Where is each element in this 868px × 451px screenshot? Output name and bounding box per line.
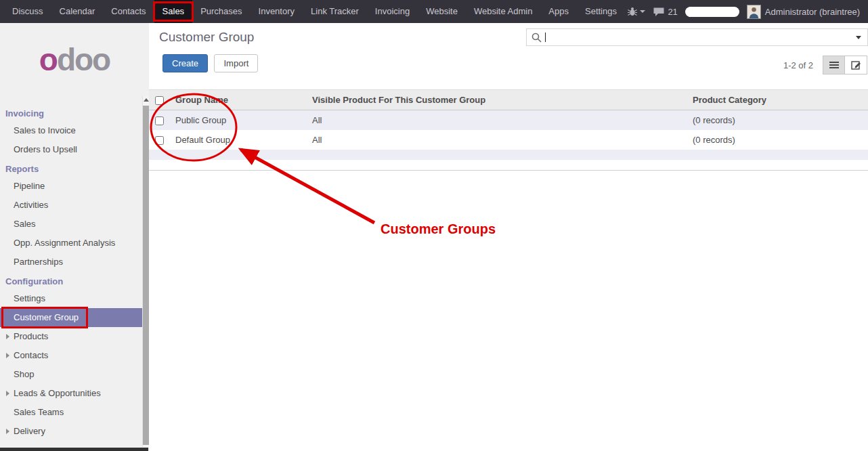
top-menubar: Discuss Calendar Contacts Sales Purchase… — [0, 0, 868, 23]
menu-item-website[interactable]: Website — [418, 0, 466, 23]
sidebar-item-label: Customer Group — [14, 308, 79, 327]
sidebar-bottom-bar — [0, 448, 148, 451]
cell-product-category[interactable]: (0 records) — [689, 110, 868, 131]
table-row[interactable]: Default Group All (0 records) — [149, 130, 868, 150]
menu-item-discuss[interactable]: Discuss — [4, 0, 51, 23]
caret-right-icon — [6, 391, 9, 396]
form-view-button[interactable] — [845, 56, 867, 74]
pager-count: 1-2 of 2 — [783, 60, 813, 70]
sidebar-item-sales[interactable]: Sales — [0, 215, 142, 234]
search-dropdown-icon[interactable] — [856, 36, 861, 39]
sidebar-section-configuration: Configuration Settings Customer Group Pr… — [0, 273, 142, 441]
sidebar-item-settings[interactable]: Settings — [0, 289, 142, 308]
cell-group-name[interactable]: Default Group — [171, 130, 308, 150]
message-count-badge: 21 — [668, 7, 677, 17]
caret-right-icon — [6, 429, 9, 434]
cell-product-category[interactable]: (0 records) — [689, 130, 868, 150]
empty-row — [149, 150, 868, 160]
search-box[interactable] — [526, 28, 868, 46]
empty-cell — [149, 160, 868, 170]
column-header-visible-product[interactable]: Visible Product For This Customer Group — [308, 90, 689, 110]
menu-item-link-tracker[interactable]: Link Tracker — [303, 0, 367, 23]
sidebar-item-sales-to-invoice[interactable]: Sales to Invoice — [0, 121, 142, 140]
row-checkbox[interactable] — [155, 116, 164, 125]
sidebar-scrollbar[interactable] — [142, 96, 149, 447]
customer-group-table: Group Name Visible Product For This Cust… — [149, 89, 868, 171]
page-title: Customer Group — [159, 30, 254, 45]
sidebar-item-products[interactable]: Products — [0, 327, 142, 346]
menu-item-sales[interactable]: Sales — [154, 0, 193, 23]
list-icon — [829, 61, 839, 69]
avatar — [747, 5, 761, 19]
sidebar-section-title: Configuration — [0, 273, 142, 289]
sidebar-section-invoicing: Invoicing Sales to Invoice Orders to Ups… — [0, 105, 142, 159]
menu-item-purchases[interactable]: Purchases — [192, 0, 250, 23]
empty-row — [149, 160, 868, 170]
odoo-logo[interactable]: odoo — [0, 39, 149, 84]
scrollbar-thumb[interactable] — [143, 106, 149, 445]
search-icon — [531, 33, 542, 43]
pager: 1-2 of 2 — [783, 56, 867, 74]
row-checkbox-cell — [149, 110, 171, 131]
table-row[interactable]: Public Group All (0 records) — [149, 110, 868, 131]
sidebar-item-activities[interactable]: Activities — [0, 196, 142, 215]
topbar-right-tools: 21 Administrator (braintree) — [627, 5, 860, 19]
user-name: Administrator (braintree) — [765, 7, 860, 17]
sidebar-item-pipeline[interactable]: Pipeline — [0, 177, 142, 196]
sidebar-item-shop[interactable]: Shop — [0, 365, 142, 384]
menu-item-settings[interactable]: Settings — [577, 0, 625, 23]
bug-icon — [627, 7, 638, 16]
sidebar-item-customer-group[interactable]: Customer Group — [0, 308, 142, 327]
select-all-checkbox[interactable] — [155, 96, 164, 105]
debug-caret-icon — [640, 10, 645, 13]
row-checkbox-cell — [149, 130, 171, 150]
menu-item-contacts[interactable]: Contacts — [103, 0, 154, 23]
sidebar-section-reports: Reports Pipeline Activities Sales Opp. A… — [0, 160, 142, 272]
sidebar-item-sales-teams[interactable]: Sales Teams — [0, 403, 142, 422]
sidebar-item-delivery[interactable]: Delivery — [0, 422, 142, 441]
menu-item-sales-label: Sales — [162, 6, 185, 16]
menu-item-apps[interactable]: Apps — [540, 0, 577, 23]
main-content: Customer Group Create Import 1-2 of 2 — [149, 23, 868, 451]
menu-item-inventory[interactable]: Inventory — [251, 0, 303, 23]
sidebar: odoo Invoicing Sales to Invoice Orders t… — [0, 23, 149, 451]
sidebar-item-orders-to-upsell[interactable]: Orders to Upsell — [0, 140, 142, 159]
cell-group-name[interactable]: Public Group — [171, 110, 308, 131]
column-header-product-category[interactable]: Product Category — [689, 90, 868, 110]
sidebar-item-contacts[interactable]: Contacts — [0, 346, 142, 365]
user-menu[interactable]: Administrator (braintree) — [747, 5, 860, 19]
menu-item-website-admin[interactable]: Website Admin — [466, 0, 540, 23]
sidebar-section-title: Invoicing — [0, 105, 142, 121]
list-view-button[interactable] — [823, 56, 845, 74]
progress-indicator — [685, 7, 739, 17]
import-button[interactable]: Import — [214, 54, 258, 72]
chat-bubble-icon — [653, 7, 665, 17]
sidebar-section-title: Reports — [0, 160, 142, 177]
edit-icon — [851, 60, 861, 70]
sidebar-item-label: Contacts — [14, 346, 48, 365]
search-input[interactable] — [546, 30, 856, 44]
select-all-cell — [149, 90, 171, 110]
scroll-up-icon[interactable] — [144, 98, 149, 102]
caret-right-icon — [6, 353, 9, 358]
caret-right-icon — [6, 334, 9, 339]
debug-menu[interactable] — [627, 7, 645, 16]
messages-menu[interactable]: 21 — [653, 7, 677, 17]
sidebar-item-label: Leads & Opportunities — [14, 384, 101, 403]
row-checkbox[interactable] — [155, 136, 164, 145]
sidebar-item-opp-assignment-analysis[interactable]: Opp. Assignment Analysis — [0, 234, 142, 253]
action-buttons-row: Create Import 1-2 of 2 — [149, 51, 868, 81]
app-menus: Discuss Calendar Contacts Sales Purchase… — [4, 0, 625, 23]
view-switcher — [823, 56, 867, 74]
cell-visible-product[interactable]: All — [308, 130, 689, 150]
sidebar-item-label: Products — [14, 327, 48, 346]
cell-visible-product[interactable]: All — [308, 110, 689, 131]
sidebar-item-partnerships[interactable]: Partnerships — [0, 253, 142, 272]
control-panel: Customer Group — [149, 23, 868, 51]
menu-item-calendar[interactable]: Calendar — [51, 0, 104, 23]
column-header-group-name[interactable]: Group Name — [171, 90, 308, 110]
sidebar-item-leads-opportunities[interactable]: Leads & Opportunities — [0, 384, 142, 403]
menu-item-invoicing[interactable]: Invoicing — [367, 0, 418, 23]
sidebar-item-label: Delivery — [14, 422, 45, 441]
create-button[interactable]: Create — [162, 54, 208, 72]
